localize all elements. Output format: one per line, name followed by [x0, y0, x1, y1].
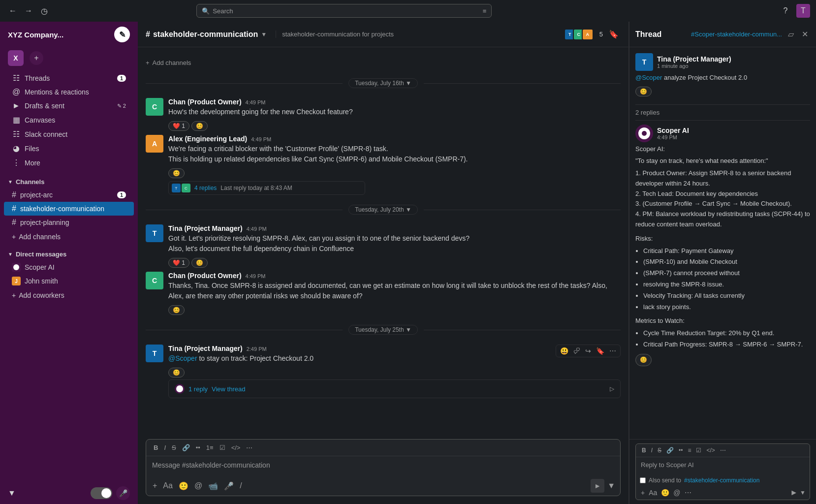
thread-italic-btn[interactable]: I — [649, 446, 655, 455]
add-channels-button[interactable]: + Add channels — [4, 230, 134, 243]
copy-thread-btn[interactable]: ▱ — [786, 28, 796, 41]
search-bar[interactable]: 🔍 Search ≡ — [196, 4, 492, 18]
thread-send-options[interactable]: ▼ — [800, 489, 806, 496]
thread-link-btn[interactable]: 🔗 — [664, 446, 676, 455]
thread-add-btn[interactable]: + — [640, 488, 646, 498]
date-label-july20[interactable]: Tuesday, July 20th ▼ — [348, 205, 418, 215]
reaction-emoji-msg4[interactable]: 😊 — [168, 305, 185, 315]
thread-emoji-btn[interactable]: 🙂 — [660, 488, 670, 498]
sidebar-item-slack-connect[interactable]: ☷ Slack connect — [4, 127, 134, 141]
bookmark-btn[interactable]: 🔖 — [594, 346, 606, 356]
thread-reply-field[interactable]: Reply to Scoper AI — [636, 457, 810, 475]
forward-button[interactable]: → — [22, 4, 35, 18]
also-send-checkbox[interactable] — [640, 477, 646, 483]
sidebar-collapse-btn[interactable]: ▼ — [8, 489, 16, 498]
risk-6: lack story points. — [643, 302, 810, 313]
code-btn[interactable]: </> — [229, 442, 243, 453]
thread-more-actions-btn[interactable]: ⋯ — [684, 488, 692, 498]
bookmark-button[interactable]: 🔖 — [607, 28, 621, 41]
divider-line-4 — [146, 330, 343, 330]
thread-reply-bar-msg2[interactable]: T C 4 replies Last reply today at 8:43 A… — [168, 181, 365, 195]
back-button[interactable]: ← — [6, 4, 20, 18]
thread-original-emoji[interactable]: 😊 — [635, 87, 652, 96]
send-button[interactable]: ► — [591, 479, 604, 493]
sidebar-item-label-more: More — [25, 159, 40, 167]
emoji-btn[interactable]: 🙂 — [177, 480, 190, 492]
more-actions-btn[interactable]: ⋯ — [607, 346, 618, 356]
channels-section-label: Channels — [16, 178, 45, 186]
reaction-heart-msg1[interactable]: ❤️ 1 — [168, 121, 189, 131]
bold-btn[interactable]: B — [151, 442, 160, 453]
link-btn[interactable]: 🔗 — [180, 442, 192, 453]
workspace-name[interactable]: XYZ Company... — [8, 31, 63, 39]
workspace-icon[interactable]: X — [8, 50, 24, 66]
sidebar-dm-john-smith[interactable]: J John smith — [4, 274, 134, 288]
sidebar-item-canvases[interactable]: ▦ Canvases — [4, 113, 134, 127]
reply-btn[interactable]: 🗪 — [571, 346, 582, 356]
compose-button[interactable]: ✎ — [114, 27, 130, 42]
add-button[interactable]: + — [30, 51, 43, 65]
numbered-list-btn[interactable]: 1≡ — [204, 442, 216, 453]
reaction-emoji-msg1[interactable]: 😊 — [191, 121, 208, 131]
add-btn[interactable]: + — [151, 480, 158, 492]
view-thread-link[interactable]: View thread — [212, 385, 245, 393]
channel-area: # stakeholder-communication ▼ stakeholde… — [138, 22, 629, 504]
strikethrough-btn[interactable]: S — [169, 442, 179, 453]
sidebar-dm-scoper-ai[interactable]: Scoper AI — [4, 260, 134, 274]
thread-reply-box: B I S 🔗 •• ≡ ☑ </> ⋯ Reply to Scoper AI … — [635, 443, 810, 500]
thread-num-btn[interactable]: ≡ — [686, 446, 693, 455]
close-thread-btn[interactable]: ✕ — [800, 28, 810, 41]
thread-font-btn[interactable]: Aa — [648, 488, 658, 498]
reaction-heart-msg3[interactable]: ❤️ 1 — [168, 258, 189, 268]
time-msg2: 4:49 PM — [251, 136, 271, 142]
mic-icon[interactable]: 🎤 — [116, 486, 130, 500]
threads-icon: ☷ — [12, 73, 21, 83]
date-label-july16[interactable]: Tuesday, July 16th ▼ — [348, 78, 418, 88]
thread-send-button[interactable]: ► — [790, 488, 798, 497]
sidebar-item-more[interactable]: ⋮ More — [4, 156, 134, 170]
help-button[interactable]: ? — [779, 4, 792, 18]
more-formatting-btn[interactable]: ⋯ — [244, 442, 255, 453]
theme-toggle[interactable] — [91, 487, 112, 499]
channel-title[interactable]: # stakeholder-communication ▼ — [146, 30, 267, 39]
thread-more-btn[interactable]: ⋯ — [718, 446, 728, 455]
sidebar-channel-project-arc[interactable]: # project-arc 1 — [4, 188, 134, 202]
view-thread-bar[interactable]: 1 reply View thread ▷ — [168, 379, 621, 398]
thread-code-btn[interactable]: </> — [704, 446, 717, 455]
history-button[interactable]: ◷ — [37, 4, 51, 18]
mention-btn[interactable]: @ — [193, 480, 204, 492]
font-btn[interactable]: Aa — [161, 480, 174, 492]
add-coworkers-button[interactable]: + Add coworkers — [4, 289, 134, 302]
audio-btn[interactable]: 🎤 — [222, 480, 235, 492]
reaction-emoji-msg5[interactable]: 😊 — [168, 368, 185, 378]
italic-btn[interactable]: I — [161, 442, 168, 453]
video-btn[interactable]: 📹 — [207, 480, 220, 492]
thread-strike-btn[interactable]: S — [656, 446, 663, 455]
date-label-july25[interactable]: Tuesday, July 25th ▼ — [348, 325, 418, 335]
dm-section-header[interactable]: ▼ Direct messages — [0, 248, 138, 260]
user-avatar[interactable]: T — [796, 4, 810, 18]
slash-btn[interactable]: / — [238, 480, 243, 492]
channels-section-header[interactable]: ▼ Channels — [0, 176, 138, 188]
reaction-emoji-msg2[interactable]: 😊 — [168, 168, 185, 178]
sidebar-item-drafts[interactable]: ► Drafts & sent ✎ 2 — [4, 99, 134, 113]
member-avatars[interactable]: T C A — [567, 29, 594, 40]
thread-mention-btn[interactable]: @ — [672, 488, 681, 498]
thread-bullet-btn[interactable]: •• — [677, 446, 685, 455]
reaction-emoji-msg3[interactable]: 😊 — [191, 258, 208, 268]
bullet-list-btn[interactable]: •• — [193, 442, 203, 453]
share-btn[interactable]: ↪ — [583, 346, 593, 356]
sidebar-channel-project-planning[interactable]: # project-planning — [4, 216, 134, 229]
sidebar-item-threads[interactable]: ☷ Threads 1 — [4, 71, 134, 85]
send-options-btn[interactable]: ▼ — [607, 481, 615, 490]
add-reaction-btn[interactable]: 😃 — [558, 346, 570, 356]
sidebar-channel-stakeholder-communication[interactable]: # stakeholder-communication — [4, 202, 134, 216]
message-input-field[interactable]: Message #stakeholder-communication — [146, 456, 620, 476]
thread-bold-btn[interactable]: B — [640, 446, 648, 455]
thread-checklist-btn[interactable]: ☑ — [694, 446, 703, 455]
sidebar-item-mentions[interactable]: @ Mentions & reactions — [4, 85, 134, 99]
sidebar-item-files[interactable]: ◕ Files — [4, 141, 134, 156]
checklist-btn[interactable]: ☑ — [217, 442, 228, 453]
ai-reaction-emoji[interactable]: 😊 — [635, 354, 652, 366]
add-channels-link[interactable]: + Add channels — [138, 55, 628, 70]
